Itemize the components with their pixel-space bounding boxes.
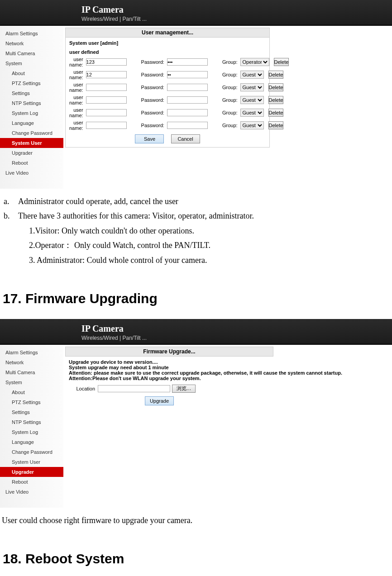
group-select[interactable]: Guest	[240, 71, 264, 79]
user-defined-label: user defined	[69, 49, 266, 55]
group-label: Group:	[222, 123, 239, 128]
group-select[interactable]: Guest	[240, 83, 264, 91]
text-b1: 1.Visitor: Only watch couldn't do other …	[2, 224, 390, 238]
username-input[interactable]	[86, 71, 127, 78]
sidebar-sub-item[interactable]: Settings	[0, 407, 63, 417]
sidebar-sub-item[interactable]: Change Password	[0, 128, 63, 138]
password-label: Password:	[141, 97, 165, 103]
document-text: User could choose right firmware to upgr…	[0, 508, 392, 571]
delete-button[interactable]: Delete	[274, 58, 289, 66]
text-b: There have 3 authorities for this camera…	[18, 211, 254, 220]
sidebar-sub-item[interactable]: NTP Settings	[0, 98, 63, 108]
group-label: Group:	[222, 72, 239, 77]
username-input[interactable]	[86, 96, 127, 104]
username-input[interactable]	[86, 109, 127, 116]
sidebar-sub-item[interactable]: PTZ Settings	[0, 397, 63, 407]
location-input[interactable]	[98, 385, 170, 392]
sidebar-item[interactable]: Live Video	[0, 487, 63, 497]
password-label: Password:	[141, 59, 165, 65]
panel-body: Upgrade you device to new version.... Sy…	[65, 357, 390, 411]
list-item-a: Administrator could operate, add, cancel…	[2, 194, 390, 209]
sidebar-sub-item[interactable]: About	[0, 68, 63, 78]
group-label: Group:	[222, 110, 239, 115]
sidebar-sub-item[interactable]: NTP Settings	[0, 417, 63, 427]
group-select[interactable]: Guest	[240, 121, 264, 129]
brand-subtitle: Wireless/Wired | Pan/Tilt ...	[81, 16, 392, 22]
sidebar-sub-item[interactable]: PTZ Settings	[0, 78, 63, 88]
sidebar-sub-item[interactable]: Language	[0, 118, 63, 128]
group-select[interactable]: Guest	[240, 109, 264, 117]
screenshot-firmware-upgrade: IP Camera Wireless/Wired | Pan/Tilt ... …	[0, 319, 392, 508]
upgrade-button[interactable]: Upgrade	[145, 396, 174, 405]
password-input[interactable]	[167, 84, 208, 91]
password-input[interactable]	[167, 96, 208, 104]
group-label: Group:	[222, 97, 239, 103]
sidebar-sub-item[interactable]: Change Password	[0, 447, 63, 457]
button-row: Save Cancel	[69, 134, 266, 143]
sidebar-sub-item[interactable]: Reboot	[0, 158, 63, 168]
top-bar: IP Camera Wireless/Wired | Pan/Tilt ...	[0, 0, 392, 26]
sidebar-sub-item[interactable]: Settings	[0, 88, 63, 98]
sidebar-sub-item[interactable]: Reboot	[0, 477, 63, 487]
delete-button[interactable]: Delete	[268, 71, 284, 79]
cancel-button[interactable]: Cancel	[171, 134, 200, 143]
document-text: Administrator could operate, add, cancel…	[0, 189, 392, 311]
user-row: user name:Password:Group:GuestDelete	[69, 107, 266, 118]
button-row: Upgrade	[69, 396, 250, 405]
text-b2: 2.Operator： Only could Watch, control th…	[2, 238, 390, 252]
browse-button[interactable]: 浏览…	[172, 385, 196, 393]
delete-button[interactable]: Delete	[268, 109, 284, 117]
username-input[interactable]	[86, 122, 127, 129]
sidebar-item[interactable]: Multi Camera	[0, 48, 63, 58]
group-label: Group:	[222, 85, 239, 90]
sidebar-sub-item[interactable]: System User	[0, 138, 63, 148]
password-label: Password:	[141, 85, 165, 90]
sidebar-sub-item[interactable]: System User	[0, 457, 63, 467]
sidebar-sub-item[interactable]: System Log	[0, 108, 63, 118]
sidebar-item[interactable]: Alarm Settings	[0, 29, 63, 38]
sidebar: Alarm SettingsNetworkMulti CameraSystemA…	[0, 26, 63, 189]
username-label: user name:	[69, 120, 84, 131]
password-input[interactable]	[167, 58, 208, 66]
sidebar: Alarm SettingsNetworkMulti CameraSystemA…	[0, 345, 63, 508]
group-select[interactable]: Guest	[240, 96, 264, 104]
password-label: Password:	[141, 110, 165, 115]
delete-button[interactable]: Delete	[268, 96, 284, 104]
group-select[interactable]: Operator	[240, 58, 269, 66]
password-input[interactable]	[167, 109, 208, 116]
sidebar-item[interactable]: Alarm Settings	[0, 348, 63, 357]
user-row: user name:Password:Group:GuestDelete	[69, 95, 266, 105]
username-label: user name:	[69, 82, 84, 93]
sidebar-item[interactable]: Live Video	[0, 168, 63, 178]
username-label: user name:	[69, 57, 84, 67]
sidebar-item[interactable]: Network	[0, 357, 63, 367]
password-input[interactable]	[167, 122, 208, 129]
username-input[interactable]	[86, 84, 127, 91]
sidebar-item[interactable]: Multi Camera	[0, 367, 63, 377]
top-bar: IP Camera Wireless/Wired | Pan/Tilt ...	[0, 319, 392, 345]
password-input[interactable]	[167, 71, 208, 78]
sidebar-item[interactable]: System	[0, 377, 63, 387]
text-upgrade-note: User could choose right firmware to upgr…	[2, 513, 390, 528]
delete-button[interactable]: Delete	[268, 121, 284, 129]
system-user-label: System user [admin]	[69, 40, 266, 46]
panel-title: User management...	[65, 28, 270, 38]
user-row: user name:Password:Group:OperatorDelete	[69, 57, 266, 67]
sidebar-sub-item[interactable]: About	[0, 387, 63, 397]
user-row: user name:Password:Group:GuestDelete	[69, 82, 266, 93]
panel-body: System user [admin] user defined user na…	[65, 38, 270, 148]
heading-17: 17. Firmware Upgrading	[3, 286, 390, 311]
content-area: User management... System user [admin] u…	[63, 26, 272, 189]
sidebar-sub-item[interactable]: Language	[0, 437, 63, 447]
fw-line4: Attention:Please don't use WLAN upgrade …	[69, 376, 387, 381]
sidebar-sub-item[interactable]: Upgrader	[0, 148, 63, 158]
username-input[interactable]	[86, 58, 127, 66]
list-item-b: There have 3 authorities for this camera…	[2, 209, 390, 223]
delete-button[interactable]: Delete	[268, 83, 284, 91]
save-button[interactable]: Save	[135, 134, 164, 143]
sidebar-sub-item[interactable]: System Log	[0, 427, 63, 437]
sidebar-item[interactable]: System	[0, 58, 63, 68]
screenshot-user-management: IP Camera Wireless/Wired | Pan/Tilt ... …	[0, 0, 392, 189]
sidebar-sub-item[interactable]: Upgrader	[0, 467, 63, 477]
sidebar-item[interactable]: Network	[0, 38, 63, 48]
